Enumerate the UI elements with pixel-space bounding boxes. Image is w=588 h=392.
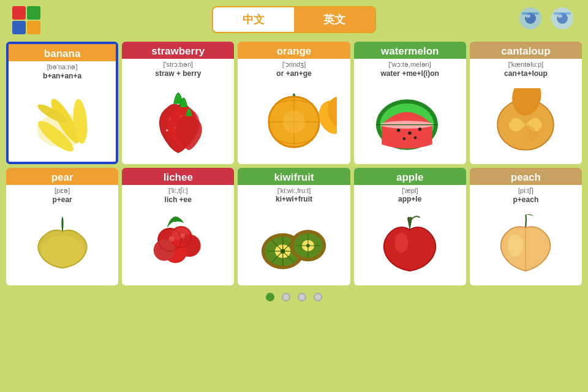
card-img-peach: [470, 206, 582, 285]
card-header-pear: pear: [6, 168, 118, 185]
tab-chinese[interactable]: 中文: [213, 7, 294, 32]
svg-rect-0: [12, 6, 26, 20]
card-decomp-kiwifruit: ki+wi+fruit: [238, 194, 350, 205]
card-decomp-pear: p+ear: [6, 195, 118, 206]
card-phonetic-watermelon: ['wɔ:tə,melən]: [354, 59, 466, 69]
svg-rect-11: [554, 12, 571, 15]
card-img-watermelon: [354, 80, 466, 164]
svg-point-59: [281, 249, 285, 253]
card-banana[interactable]: banana [bə'na:nə] b+an+an+a: [6, 42, 118, 164]
svg-point-67: [508, 235, 524, 257]
camera-icons: [517, 5, 576, 32]
page-dot-1[interactable]: [266, 293, 274, 301]
svg-point-51: [180, 234, 184, 238]
card-img-lichee: [122, 206, 234, 285]
camera-icon-2[interactable]: [549, 5, 576, 32]
svg-rect-7: [522, 12, 539, 15]
card-strawberry[interactable]: strawberry ['strɔ:bəri] straw + berry: [122, 42, 234, 164]
header: 中文 英文: [0, 0, 588, 39]
svg-rect-2: [12, 21, 26, 34]
card-decomp-lichee: lich +ee: [122, 195, 234, 206]
svg-point-26: [283, 111, 306, 134]
svg-point-16: [37, 113, 88, 147]
page-dot-3[interactable]: [298, 293, 306, 301]
card-header-cantaloup: cantaloup: [470, 42, 582, 59]
card-img-orange: [238, 80, 350, 164]
card-header-watermelon: watermelon: [354, 42, 466, 59]
card-phonetic-apple: ['æpl]: [354, 185, 466, 194]
card-header-banana: banana: [9, 44, 116, 61]
card-header-strawberry: strawberry: [122, 42, 234, 59]
svg-point-50: [168, 236, 174, 241]
card-phonetic-peach: [pi:tʃ]: [470, 185, 582, 195]
card-cantaloup[interactable]: cantaloup ['kæntəlu:p] can+ta+loup: [470, 42, 582, 164]
card-decomp-watermelon: water +me+l(i)on: [354, 69, 466, 80]
card-phonetic-cantaloup: ['kæntəlu:p]: [470, 59, 582, 69]
card-apple[interactable]: apple ['æpl] app+le: [354, 168, 466, 285]
card-img-cantaloup: [470, 80, 582, 164]
card-img-pear: [6, 206, 118, 285]
card-decomp-cantaloup: can+ta+loup: [470, 69, 582, 80]
card-pear[interactable]: pear [pɛə] p+ear: [6, 168, 118, 285]
tab-english[interactable]: 英文: [294, 7, 375, 32]
card-orange[interactable]: orange ['ɔrindʒ] or +an+ge: [238, 42, 350, 164]
page-dot-4[interactable]: [314, 293, 322, 301]
camera-icon-1[interactable]: [517, 5, 544, 32]
card-header-lichee: lichee: [122, 168, 234, 185]
card-phonetic-kiwifruit: ['ki:wi:,fru:t]: [238, 185, 350, 194]
card-phonetic-lichee: ['li:,tʃi:]: [122, 185, 234, 195]
card-img-strawberry: [122, 80, 234, 164]
svg-point-35: [418, 127, 422, 131]
card-img-banana: [9, 82, 116, 162]
svg-point-34: [408, 132, 412, 135]
card-header-orange: orange: [238, 42, 350, 59]
page-dot-2[interactable]: [282, 293, 290, 301]
card-header-apple: apple: [354, 168, 466, 185]
svg-point-33: [397, 129, 401, 132]
card-decomp-peach: p+each: [470, 195, 582, 206]
app-logo: [11, 5, 42, 36]
card-phonetic-orange: ['ɔrindʒ]: [238, 59, 350, 69]
tab-group: 中文 英文: [212, 6, 376, 33]
card-decomp-apple: app+le: [354, 194, 466, 205]
card-header-peach: peach: [470, 168, 582, 185]
svg-point-36: [403, 137, 406, 140]
svg-point-47: [153, 239, 175, 261]
svg-point-37: [414, 136, 417, 139]
pagination: [0, 288, 588, 301]
svg-rect-1: [27, 6, 40, 20]
card-header-kiwifruit: kiwifruit: [238, 168, 350, 185]
card-img-kiwifruit: [238, 205, 350, 285]
card-img-apple: [354, 205, 466, 285]
card-kiwifruit[interactable]: kiwifruit ['ki:wi:,fru:t] ki+wi+fruit: [238, 168, 350, 285]
card-decomp-banana: b+an+an+a: [9, 71, 116, 82]
svg-rect-3: [27, 21, 40, 34]
card-watermelon[interactable]: watermelon ['wɔ:tə,melən] water +me+l(i)…: [354, 42, 466, 164]
card-decomp-orange: or +an+ge: [238, 69, 350, 80]
card-lichee[interactable]: lichee ['li:,tʃi:] lich +ee: [122, 168, 234, 285]
card-phonetic-banana: [bə'na:nə]: [9, 61, 116, 71]
card-decomp-strawberry: straw + berry: [122, 69, 234, 80]
card-phonetic-pear: [pɛə]: [6, 185, 118, 195]
svg-point-21: [166, 129, 168, 132]
card-peach[interactable]: peach [pi:tʃ] p+each: [470, 168, 582, 285]
svg-point-66: [394, 232, 408, 252]
card-phonetic-strawberry: ['strɔ:bəri]: [122, 59, 234, 69]
fruit-grid: banana [bə'na:nə] b+an+an+a strawberry […: [0, 39, 588, 288]
